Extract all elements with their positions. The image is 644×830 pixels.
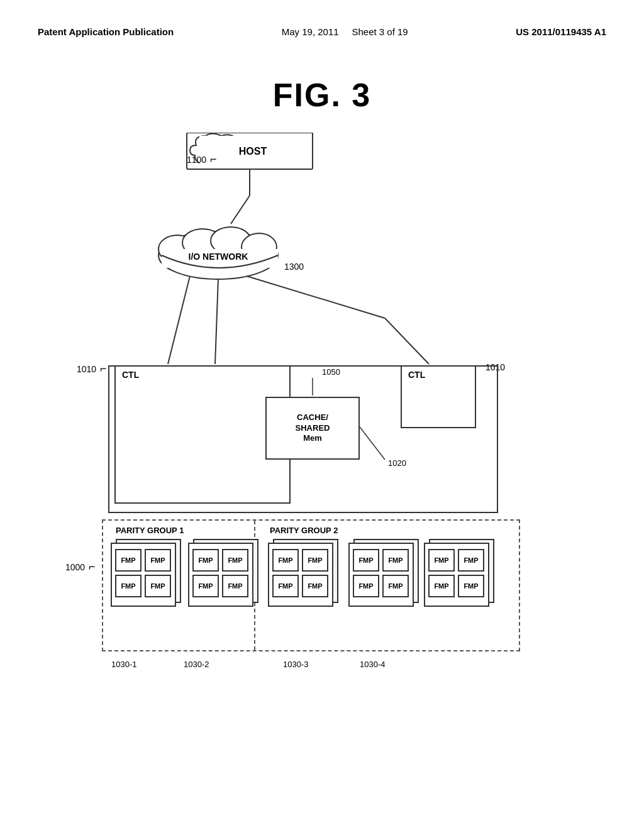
svg-point-6 (158, 235, 196, 263)
fmp-box: FMP (428, 575, 455, 597)
fmp-box: FMP (458, 575, 484, 597)
publication-date: May 19, 2011 (282, 26, 339, 37)
fmp-box: FMP (145, 575, 171, 597)
svg-point-9 (242, 233, 277, 261)
fmp-box: FMP (192, 575, 219, 597)
publication-title: Patent Application Publication (38, 26, 174, 37)
figure-title: FIG. 3 (0, 76, 644, 114)
outer-system-box (108, 365, 498, 513)
fmp-box: FMP (302, 549, 328, 572)
fmp-box: FMP (192, 549, 219, 572)
svg-point-8 (211, 227, 251, 255)
fmp-box: FMP (458, 549, 484, 572)
svg-line-15 (385, 318, 429, 364)
fmp-box: FMP (115, 549, 142, 572)
fmp-box: FMP (353, 549, 379, 572)
fmp-box: FMP (302, 575, 328, 597)
drive-system-id: 1000 ⌐ (65, 560, 96, 573)
header-right: US 2011/0119435 A1 (516, 25, 606, 38)
drive-1030-2-label: 1030-2 (184, 660, 209, 669)
fmp-box: FMP (353, 575, 379, 597)
svg-rect-10 (162, 249, 278, 268)
network-id-label: 1300 (284, 262, 304, 272)
network-cloud: I/O NETWORK (158, 227, 278, 279)
fmp-box: FMP (272, 575, 299, 597)
drive-1030-4-label: 1030-4 (360, 660, 385, 669)
fmp-box: FMP (272, 549, 299, 572)
svg-line-12 (168, 276, 190, 364)
ctl-outer-id-left: 1010 ⌐ (77, 362, 107, 375)
patent-number: US 2011/0119435 A1 (516, 26, 606, 37)
header: Patent Application Publication May 19, 2… (0, 0, 644, 51)
fmp-box: FMP (382, 575, 409, 597)
svg-line-4 (231, 196, 250, 224)
header-center: May 19, 2011 Sheet 3 of 19 (282, 25, 408, 38)
svg-line-14 (247, 276, 385, 318)
fmp-box: FMP (382, 549, 409, 572)
fmp-box: FMP (145, 549, 171, 572)
fmp-box: FMP (222, 549, 248, 572)
page: Patent Application Publication May 19, 2… (0, 0, 644, 830)
fmp-box: FMP (428, 549, 455, 572)
sheet-info: Sheet 3 of 19 (352, 26, 408, 37)
parity-group-2-label: PARITY GROUP 2 (270, 526, 338, 535)
diagram: HOST I/O NETWORK (52, 133, 592, 730)
svg-point-7 (182, 229, 223, 257)
host-id-label: 1100 ⌐ (187, 153, 217, 166)
drive-1030-1-label: 1030-1 (111, 660, 136, 669)
parity-container: PARITY GROUP 1 PARITY GROUP 2 FMP FMP (102, 519, 520, 651)
svg-point-5 (158, 231, 278, 279)
parity-group-1-label: PARITY GROUP 1 (116, 526, 184, 535)
header-left: Patent Application Publication (38, 25, 174, 38)
fmp-box: FMP (115, 575, 142, 597)
svg-line-13 (215, 279, 218, 364)
svg-text:HOST: HOST (239, 146, 267, 157)
fmp-box: FMP (222, 575, 248, 597)
svg-text:I/O NETWORK: I/O NETWORK (189, 252, 248, 262)
drive-1030-3-label: 1030-3 (283, 660, 308, 669)
